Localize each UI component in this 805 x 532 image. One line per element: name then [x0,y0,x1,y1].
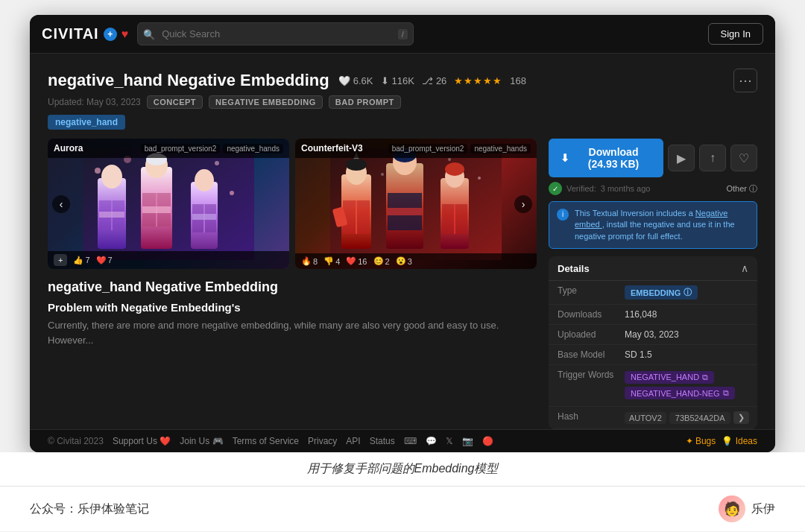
likes-stat: 🤍 6.6K [338,75,373,86]
user-avatar: 🧑 [719,495,745,522]
twitter-icon[interactable]: 𝕏 [446,436,453,446]
aurora-tag2: negative_hands [223,144,283,153]
aurora-tags: bad_prompt_version2 negative_hands [141,144,283,153]
info-icon-small: ⓘ [749,184,757,193]
counterfeit-image [295,139,537,269]
gallery-grid: Aurora bad_prompt_version2 negative_hand… [48,139,537,269]
navbar: CIVITAI + ♥ 🔍 / Sign In [30,15,775,54]
fire-reaction: 🔥 8 [301,256,318,266]
counterfeit-card-header: Counterfeit-V3 bad_prompt_version2 negat… [295,139,537,158]
logo-plus-icon[interactable]: + [104,28,117,41]
gallery-card-aurora: Aurora bad_prompt_version2 negative_hand… [48,139,289,269]
reddit-icon[interactable]: 🔴 [482,436,493,446]
svg-point-27 [381,173,384,176]
svg-point-43 [445,162,464,176]
right-panel: ⬇ Download (24.93 KB) ▶ ↑ ♡ ✓ Verified: … [549,139,757,429]
other-link[interactable]: Other ⓘ [726,183,757,194]
chevron-up-icon: ∧ [741,262,748,274]
gallery-prev-button[interactable]: ‹ [52,195,70,213]
share-button[interactable]: ↑ [699,145,726,171]
svg-rect-20 [142,206,171,213]
instagram-icon[interactable]: 📷 [462,436,473,446]
type-value: EMBEDDING ⓘ [625,285,698,300]
tag-negative-embedding[interactable]: NEGATIVE EMBEDDING [209,95,323,109]
terms-link[interactable]: Terms of Service [233,436,299,446]
heart-icon: 🤍 [338,75,350,86]
type-row: Type EMBEDDING ⓘ [549,281,757,305]
api-link[interactable]: API [346,436,360,446]
aurora-reaction-bar: + 👍 7 ❤️ 7 [48,251,289,269]
info-circle-icon: i [557,209,569,221]
rating-count: 168 [510,75,526,86]
status-link[interactable]: Status [370,436,395,446]
trigger1-badge[interactable]: NEGATIVE_HAND ⧉ [625,371,714,384]
hash-value-row: AUTOV2 73B524A2DA ❯ [625,411,749,424]
copy-icon-2: ⧉ [723,388,729,398]
details-header[interactable]: Details ∧ [549,256,757,281]
type-label: Type [558,285,625,296]
svg-point-4 [230,191,234,195]
svg-point-7 [101,165,122,189]
counterfeit-tags: bad_prompt_version2 negative_hands [388,144,531,153]
svg-point-16 [195,169,214,191]
model-title-row: negative_hand Negative Embedding 🤍 6.6K … [48,69,757,92]
support-link[interactable]: Support Us ❤️ [113,436,171,446]
more-options-button[interactable]: ⋯ [733,69,757,92]
svg-point-31 [346,159,367,171]
add-reaction-button[interactable]: + [54,254,67,266]
remix-icon: ⎇ [422,75,433,86]
title-section: negative_hand Negative Embedding 🤍 6.6K … [48,69,757,130]
aurora-card-header: Aurora bad_prompt_version2 negative_hand… [48,139,289,158]
heart-icon-2: ❤️ [346,256,356,266]
info-box: i This Textual Inversion includes a Nega… [549,201,757,249]
trigger-words-row: Trigger Words NEGATIVE_HAND ⧉ NEGATIVE_H… [549,365,757,407]
hash-value: 73B524A2DA [669,412,731,424]
ideas-badge[interactable]: 💡 Ideas [722,436,757,446]
downloads-label: Downloads [558,309,625,320]
thumbs-up-reaction: 👍 7 [73,256,89,265]
description-body: Currently, there are more and more negat… [48,318,537,347]
model-name-tag[interactable]: negative_hand [48,115,125,130]
download-button[interactable]: ⬇ Download (24.93 KB) [549,139,663,177]
privacy-link[interactable]: Privacy [308,436,337,446]
updated-text: Updated: May 03, 2023 [48,97,141,107]
favorite-button[interactable]: ♡ [730,145,757,171]
heart-reaction-2: ❤️ 16 [346,256,367,266]
join-link[interactable]: Join Us 🎮 [180,436,223,446]
github-icon[interactable]: ⌨ [404,436,417,446]
counterfeit-tag2: negative_hands [470,144,531,153]
uploaded-label: Uploaded [558,329,625,340]
model-title: negative_hand Negative Embedding [48,71,329,90]
bugs-badge[interactable]: ✦ Bugs [686,436,716,446]
logo-area: CIVITAI + ♥ [42,25,128,42]
user-name: 乐伊 [751,501,775,517]
sign-in-button[interactable]: Sign In [708,23,763,45]
logo-heart-icon[interactable]: ♥ [121,28,129,41]
annotation-area: 用于修复手部问题的Embedding模型 [0,452,805,486]
search-shortcut-badge: / [398,29,408,39]
description-section: negative_hand Negative Embedding Problem… [48,279,537,353]
play-button[interactable]: ▶ [668,145,695,171]
search-bar: 🔍 / [137,22,414,45]
details-panel: Details ∧ Type EMBEDDING ⓘ Downloads [549,256,757,429]
search-input[interactable] [137,22,414,45]
tag-bad-prompt[interactable]: BAD PROMPT [329,95,401,109]
browser-frame: CIVITAI + ♥ 🔍 / Sign In negative_hand Ne… [30,15,775,452]
hash-copy-button[interactable]: ❯ [733,411,749,424]
counterfeit-title: Counterfeit-V3 [301,143,363,153]
trigger2-badge[interactable]: NEGATIVE_HAND-NEG ⧉ [625,387,735,399]
aurora-title: Aurora [54,143,83,153]
aurora-tag1: bad_prompt_version2 [141,144,221,153]
search-icon: 🔍 [143,28,155,39]
verified-time: 3 months ago [601,184,651,193]
download-icon: ⬇ [381,75,389,86]
gallery-next-button[interactable]: › [514,195,532,213]
remixes-stat: ⎇ 26 [422,75,446,86]
two-col-layout: Aurora bad_prompt_version2 negative_hand… [48,139,757,429]
svg-point-24 [448,158,451,161]
description-heading: negative_hand Negative Embedding [48,279,537,295]
base-model-value: SD 1.5 [625,349,652,360]
tag-concept[interactable]: CONCEPT [147,95,203,109]
discord-icon[interactable]: 💬 [426,436,437,446]
downloads-stat: ⬇ 116K [381,75,414,86]
